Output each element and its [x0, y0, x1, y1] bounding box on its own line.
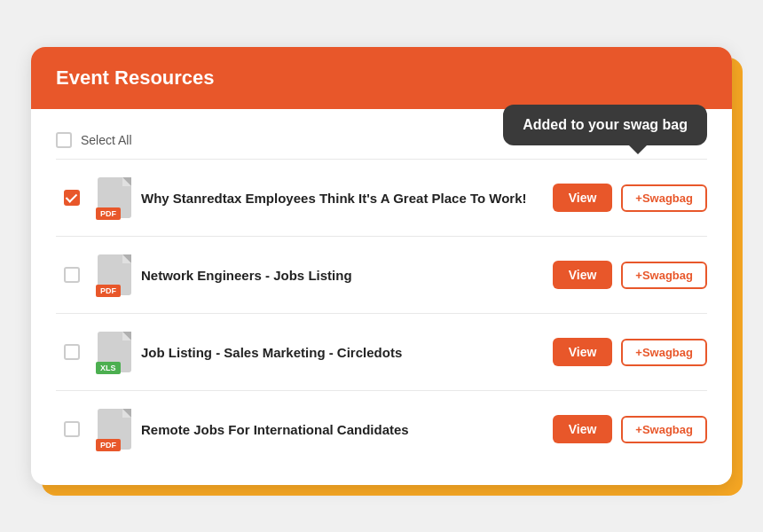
file-icon-wrapper: PDF — [88, 253, 141, 297]
resource-title: Remote Jobs For International Candidates — [141, 422, 553, 437]
table-row: PDFRemote Jobs For International Candida… — [56, 391, 707, 467]
checkbox-area — [56, 344, 88, 360]
file-icon: PDF — [96, 407, 133, 451]
row-checkbox[interactable] — [64, 421, 80, 437]
file-icon-wrapper: XLS — [88, 330, 141, 374]
view-button[interactable]: View — [553, 184, 613, 212]
view-button[interactable]: View — [553, 415, 613, 443]
file-type-badge: XLS — [96, 362, 121, 374]
row-checkbox[interactable] — [64, 190, 80, 206]
file-icon: PDF — [96, 253, 133, 297]
select-all-label: Select All — [81, 133, 132, 147]
swagbag-button[interactable]: +Swagbag — [621, 262, 707, 289]
checkbox-area — [56, 421, 88, 437]
select-all-checkbox[interactable] — [56, 132, 72, 148]
table-row: Added to your swag bagPDFWhy Stanredtax … — [56, 160, 707, 237]
swagbag-button[interactable]: +Swagbag — [621, 416, 707, 443]
checkbox-area — [56, 190, 88, 206]
file-type-badge: PDF — [96, 285, 121, 297]
card-body: Select All Added to your swag bagPDFWhy … — [31, 109, 732, 485]
file-icon: PDF — [96, 176, 133, 220]
card-header: Event Resources — [31, 47, 732, 109]
row-checkbox[interactable] — [64, 344, 80, 360]
swagbag-button[interactable]: +Swagbag — [621, 339, 707, 366]
row-actions: View+Swagbag — [553, 261, 707, 289]
checkbox-area — [56, 267, 88, 283]
resource-title: Job Listing - Sales Marketing - Circledo… — [141, 345, 553, 360]
file-icon: XLS — [96, 330, 133, 374]
resource-title: Why Stanredtax Employees Think It's A Gr… — [141, 191, 553, 206]
select-all-row: Select All — [56, 123, 707, 159]
table-row: PDFNetwork Engineers - Jobs ListingView+… — [56, 237, 707, 314]
card-container: Event Resources Select All Added to your… — [31, 47, 732, 485]
table-row: XLSJob Listing - Sales Marketing - Circl… — [56, 314, 707, 391]
resources-list: Added to your swag bagPDFWhy Stanredtax … — [56, 160, 707, 467]
card-title: Event Resources — [56, 66, 215, 89]
file-type-badge: PDF — [96, 439, 121, 451]
resource-title: Network Engineers - Jobs Listing — [141, 268, 553, 283]
row-checkbox[interactable] — [64, 267, 80, 283]
file-icon-wrapper: PDF — [88, 407, 141, 451]
file-icon-wrapper: PDF — [88, 176, 141, 220]
view-button[interactable]: View — [553, 338, 613, 366]
row-actions: View+Swagbag — [553, 415, 707, 443]
row-actions: View+Swagbag — [553, 338, 707, 366]
view-button[interactable]: View — [553, 261, 613, 289]
main-card: Event Resources Select All Added to your… — [31, 47, 732, 485]
swagbag-button[interactable]: +Swagbag — [621, 184, 707, 212]
row-actions: View+Swagbag — [553, 184, 707, 212]
file-type-badge: PDF — [96, 207, 121, 220]
